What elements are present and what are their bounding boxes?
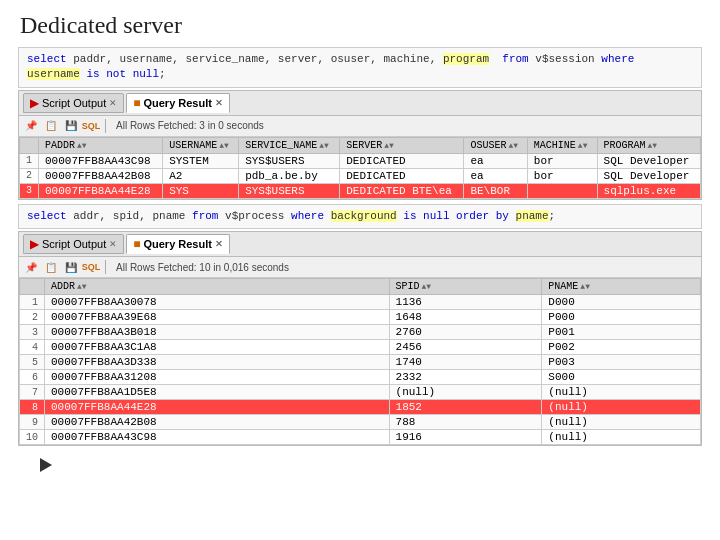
main-container: select paddr, username, service_name, se… xyxy=(0,47,720,446)
col-paddr-1: PADDR▲▼ xyxy=(39,137,163,153)
table-cell: SYS$USERS xyxy=(239,153,340,168)
table-cell: 00007FFB8AA3C1A8 xyxy=(45,340,390,355)
table-cell: 00007FFB8AA3D338 xyxy=(45,355,390,370)
query-result-icon-1: ■ xyxy=(133,96,140,110)
table-cell: pdb_a.be.by xyxy=(239,168,340,183)
tab-close-script-1[interactable]: ✕ xyxy=(109,98,117,108)
page-title: Dedicated server xyxy=(0,0,720,47)
col-machine-1: MACHINE▲▼ xyxy=(527,137,597,153)
tab-query-result-2[interactable]: ■ Query Result ✕ xyxy=(126,234,230,254)
table-cell: 00007FFB8AA30078 xyxy=(45,295,390,310)
row-num: 3 xyxy=(20,183,39,198)
table-cell: 00007FFB8AA1D5E8 xyxy=(45,385,390,400)
row-num: 9 xyxy=(20,415,45,430)
row-num: 6 xyxy=(20,370,45,385)
status-1: All Rows Fetched: 3 in 0 seconds xyxy=(116,120,264,131)
row-num: 4 xyxy=(20,340,45,355)
table-cell xyxy=(527,183,597,198)
table-cell: 00007FFB8AA43C98 xyxy=(39,153,163,168)
table-cell: DEDICATED BTE\ea xyxy=(340,183,464,198)
separator-2 xyxy=(105,260,106,274)
panel-2: ▶ Script Output ✕ ■ Query Result ✕ 📌 📋 💾… xyxy=(18,231,702,446)
table-cell: 1852 xyxy=(389,400,542,415)
result-table-1: PADDR▲▼ USERNAME▲▼ SERVICE_NAME▲▼ SERVER… xyxy=(19,137,701,199)
table-cell: SQL Developer xyxy=(597,153,700,168)
table-cell: DEDICATED xyxy=(340,153,464,168)
table-cell: bor xyxy=(527,153,597,168)
table-cell: 00007FFB8AA43C98 xyxy=(45,430,390,445)
table-cell: 2760 xyxy=(389,325,542,340)
row-num: 3 xyxy=(20,325,45,340)
col-spid-2: SPID▲▼ xyxy=(389,279,542,295)
sql-query-2: select addr, spid, pname from v$process … xyxy=(18,204,702,229)
tab-query-result-2-label: Query Result xyxy=(143,238,211,250)
table-cell: DEDICATED xyxy=(340,168,464,183)
table-cell: SQL Developer xyxy=(597,168,700,183)
table-cell: 1740 xyxy=(389,355,542,370)
tab-script-output-2-label: Script Output xyxy=(42,238,106,250)
panel-1-toolbar: 📌 📋 💾 SQL All Rows Fetched: 3 in 0 secon… xyxy=(19,116,701,137)
copy-icon-1[interactable]: 📋 xyxy=(43,118,59,134)
table-cell: SYS$USERS xyxy=(239,183,340,198)
table-cell: bor xyxy=(527,168,597,183)
table-cell: sqlplus.exe xyxy=(597,183,700,198)
table-cell: SYS xyxy=(163,183,239,198)
table-cell: P001 xyxy=(542,325,701,340)
tab-close-query-1[interactable]: ✕ xyxy=(215,98,223,108)
col-num-1 xyxy=(20,137,39,153)
table-cell: SYSTEM xyxy=(163,153,239,168)
col-addr-2: ADDR▲▼ xyxy=(45,279,390,295)
sql-icon-1[interactable]: SQL xyxy=(83,118,99,134)
table-cell: 00007FFB8AA44E28 xyxy=(45,400,390,415)
panel-1-tabs: ▶ Script Output ✕ ■ Query Result ✕ xyxy=(19,91,701,116)
play-button[interactable] xyxy=(40,458,52,472)
tab-script-output-1-label: Script Output xyxy=(42,97,106,109)
tab-close-query-2[interactable]: ✕ xyxy=(215,239,223,249)
table-cell: 00007FFB8AA39E68 xyxy=(45,310,390,325)
row-num: 1 xyxy=(20,295,45,310)
save-icon-2[interactable]: 💾 xyxy=(63,259,79,275)
pin-icon-2[interactable]: 📌 xyxy=(23,259,39,275)
query-result-icon-2: ■ xyxy=(133,237,140,251)
table-cell: 00007FFB8AA42B08 xyxy=(39,168,163,183)
status-2: All Rows Fetched: 10 in 0,016 seconds xyxy=(116,262,289,273)
col-pname-2: PNAME▲▼ xyxy=(542,279,701,295)
col-service-1: SERVICE_NAME▲▼ xyxy=(239,137,340,153)
table-cell: 788 xyxy=(389,415,542,430)
sql-query-1: select paddr, username, service_name, se… xyxy=(18,47,702,88)
table-cell: 1648 xyxy=(389,310,542,325)
script-output-icon-2: ▶ xyxy=(30,237,39,251)
table-cell: (null) xyxy=(542,415,701,430)
play-button-area xyxy=(20,450,720,483)
table-cell: ea xyxy=(464,153,527,168)
script-output-icon-1: ▶ xyxy=(30,96,39,110)
row-num: 2 xyxy=(20,168,39,183)
sql-icon-2[interactable]: SQL xyxy=(83,259,99,275)
tab-script-output-1[interactable]: ▶ Script Output ✕ xyxy=(23,93,124,113)
table-cell: S000 xyxy=(542,370,701,385)
panel-1: ▶ Script Output ✕ ■ Query Result ✕ 📌 📋 💾… xyxy=(18,90,702,200)
tab-close-script-2[interactable]: ✕ xyxy=(109,239,117,249)
table-cell: P000 xyxy=(542,310,701,325)
result-table-2: ADDR▲▼ SPID▲▼ PNAME▲▼ 100007FFB8AA300781… xyxy=(19,278,701,445)
table-cell: 00007FFB8AA44E28 xyxy=(39,183,163,198)
table-cell: ea xyxy=(464,168,527,183)
table-cell: 2332 xyxy=(389,370,542,385)
table-cell: P002 xyxy=(542,340,701,355)
table-cell: (null) xyxy=(542,430,701,445)
tab-query-result-1-label: Query Result xyxy=(143,97,211,109)
save-icon-1[interactable]: 💾 xyxy=(63,118,79,134)
row-num: 1 xyxy=(20,153,39,168)
row-num: 2 xyxy=(20,310,45,325)
col-program-1: PROGRAM▲▼ xyxy=(597,137,700,153)
pin-icon-1[interactable]: 📌 xyxy=(23,118,39,134)
copy-icon-2[interactable]: 📋 xyxy=(43,259,59,275)
separator-1 xyxy=(105,119,106,133)
tab-script-output-2[interactable]: ▶ Script Output ✕ xyxy=(23,234,124,254)
table-cell: (null) xyxy=(542,400,701,415)
panel-2-toolbar: 📌 📋 💾 SQL All Rows Fetched: 10 in 0,016 … xyxy=(19,257,701,278)
table-cell: (null) xyxy=(389,385,542,400)
table-cell: 1916 xyxy=(389,430,542,445)
table-cell: (null) xyxy=(542,385,701,400)
tab-query-result-1[interactable]: ■ Query Result ✕ xyxy=(126,93,230,113)
